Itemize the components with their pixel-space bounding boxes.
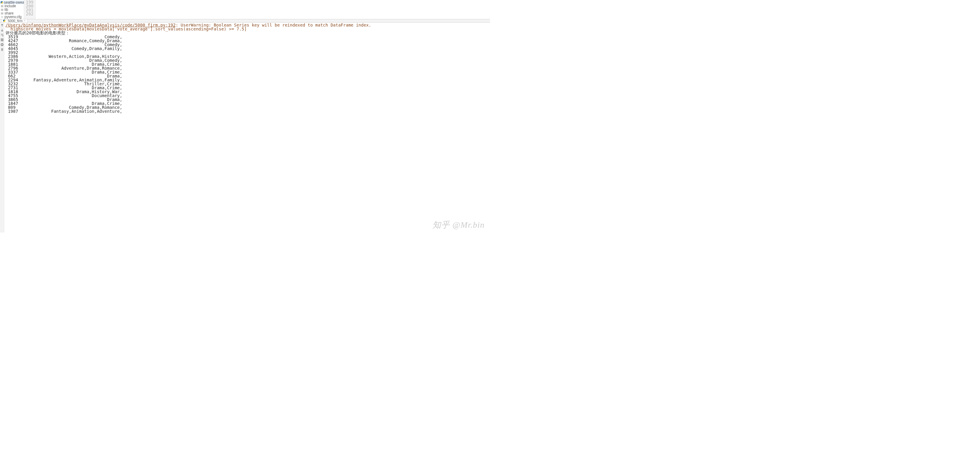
scroll-to-end-icon[interactable] [1,38,4,41]
python-icon [1,1,3,4]
tree-item[interactable]: include [0,4,24,8]
print-icon[interactable] [1,43,4,46]
folder-icon [1,5,4,8]
svg-rect-2 [2,45,3,46]
console-tab[interactable]: 5000_firm × [1,19,28,22]
console-tabbar: 5000_firm × [0,19,490,22]
gutter-line-number: 202 [24,12,33,16]
project-tree[interactable]: seattle-sweather.pyincludelibshare≡pyven… [0,0,24,19]
console-tab-label: 5000_firm [8,19,22,22]
svg-rect-1 [2,43,3,44]
project-and-editor: seattle-sweather.pyincludelibshare≡pyven… [0,0,490,19]
console-line: highscore_moives = moviesData[moviesData… [5,27,490,31]
editor-code[interactable]: #评分最高的20部电影的电影类型 print("评分最高的20部电影的电影类型：… [35,0,490,19]
run-console: 5000_firm × /Users/binfang/pythonWorkPla… [0,19,490,232]
editor-gutter: 199200201202 [24,0,35,19]
console-line: 1987 Fantasy,Animation,Adventure, [5,109,490,113]
console-toolbar [0,22,4,232]
file-icon: ≡ [1,15,4,18]
scroll-down-icon[interactable] [1,29,4,32]
trash-icon[interactable] [1,48,4,51]
code-editor[interactable]: 199200201202 #评分最高的20部电影的电影类型 print("评分最… [24,0,490,19]
folder-icon [1,8,4,11]
console-output[interactable]: /Users/binfang/pythonWorkPlace/myDataAna… [4,22,490,232]
code-line [38,8,490,12]
close-icon[interactable]: × [24,19,25,22]
svg-rect-0 [1,44,3,45]
wrap-icon[interactable] [1,34,4,37]
python-icon [3,19,6,22]
console-body: /Users/binfang/pythonWorkPlace/myDataAna… [0,22,490,232]
folder-icon [1,12,4,15]
scroll-up-icon[interactable] [1,24,4,27]
